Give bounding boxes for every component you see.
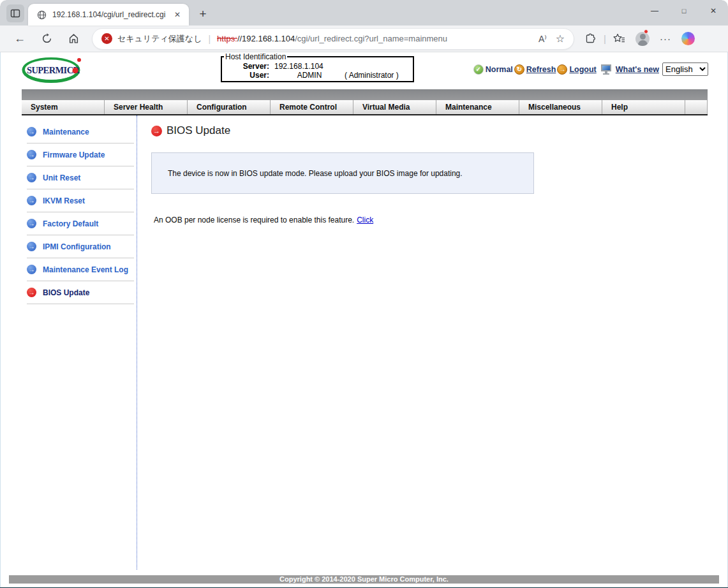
arrow-circle-icon: → bbox=[27, 242, 36, 251]
page-title: BIOS Update bbox=[167, 124, 230, 137]
menubar-item-label: Help bbox=[611, 103, 628, 112]
security-label[interactable]: セキュリティ保護なし bbox=[117, 33, 202, 45]
menubar-item[interactable]: Server Health bbox=[105, 100, 188, 114]
menubar-item[interactable]: Virtual Media bbox=[353, 100, 436, 114]
language-select[interactable]: English bbox=[662, 62, 708, 76]
menubar-item[interactable]: Remote Control bbox=[271, 100, 353, 114]
home-button[interactable] bbox=[63, 28, 84, 50]
sidebar-item-label: Factory Default bbox=[43, 219, 98, 228]
main-content: → BIOS Update The device is now in BIOS … bbox=[137, 115, 727, 575]
license-click-link[interactable]: Click bbox=[357, 216, 373, 224]
arrow-circle-icon: → bbox=[27, 219, 36, 228]
url-path: /cgi/url_redirect.cgi?url_name=mainmenu bbox=[295, 34, 447, 43]
read-aloud-icon[interactable]: A⁾ bbox=[539, 34, 547, 44]
sidebar-item[interactable]: → Factory Default bbox=[27, 212, 134, 235]
server-label: Server: bbox=[226, 62, 269, 71]
title-arrow-icon: → bbox=[151, 126, 162, 136]
sidebar-item[interactable]: → Unit Reset bbox=[27, 166, 134, 189]
url-text[interactable]: https://192.168.1.104/cgi/url_redirect.c… bbox=[217, 34, 447, 43]
arrow-circle-icon: → bbox=[27, 173, 36, 182]
logout-icon[interactable]: → bbox=[557, 64, 567, 75]
whats-new-icon bbox=[601, 64, 611, 74]
globe-icon bbox=[37, 10, 47, 20]
menubar-item-label: Miscellaneous bbox=[528, 103, 581, 112]
sidebar-item[interactable]: → Maintenance bbox=[27, 121, 134, 143]
new-tab-button[interactable]: + bbox=[194, 5, 212, 23]
refresh-icon[interactable]: ↻ bbox=[514, 64, 524, 75]
tab-actions-menu-button[interactable] bbox=[6, 4, 24, 22]
tab-title: 192.168.1.104/cgi/url_redirect.cgi bbox=[52, 10, 166, 19]
license-line: An OOB per node license is required to e… bbox=[151, 216, 727, 224]
menubar: System Server Health Configuration Remot… bbox=[22, 100, 708, 115]
close-button[interactable]: ✕ bbox=[699, 0, 728, 22]
reload-button[interactable] bbox=[36, 28, 57, 50]
ipmi-page: SUPERMICR Host Identification Server: 19… bbox=[0, 52, 728, 587]
menubar-item-label: System bbox=[31, 103, 58, 112]
sidebar-item[interactable]: → IKVM Reset bbox=[27, 189, 134, 212]
arrow-circle-icon: → bbox=[27, 127, 36, 136]
page-footer: Copyright © 2014-2020 Super Micro Comput… bbox=[9, 575, 719, 584]
menubar-item[interactable]: Maintenance bbox=[436, 100, 519, 114]
browser-titlebar: 192.168.1.104/cgi/url_redirect.cgi ✕ + —… bbox=[0, 0, 728, 26]
browser-essentials-icon bbox=[584, 33, 596, 45]
server-value: 192.168.1.104 bbox=[274, 62, 345, 71]
sidebar-list: → Maintenance → Firmware Update → Unit R… bbox=[22, 121, 137, 304]
copilot-icon bbox=[681, 32, 695, 45]
menubar-item[interactable]: Miscellaneous bbox=[519, 100, 602, 114]
url-host: //192.168.1.104 bbox=[237, 34, 295, 43]
tab-close-icon[interactable]: ✕ bbox=[171, 8, 184, 21]
host-identification-box: Host Identification Server: 192.168.1.10… bbox=[221, 52, 414, 82]
address-divider: | bbox=[208, 34, 211, 44]
favorites-hub-button[interactable] bbox=[610, 29, 629, 48]
security-warning-icon[interactable]: ✕ bbox=[101, 33, 112, 44]
sidebar: → Maintenance → Firmware Update → Unit R… bbox=[22, 115, 137, 570]
menubar-item[interactable]: System bbox=[22, 100, 105, 114]
whats-new-link[interactable]: What's new bbox=[616, 65, 659, 74]
info-message-box: The device is now in BIOS update mode. P… bbox=[151, 152, 534, 194]
menubar-item-label: Server Health bbox=[114, 103, 163, 112]
info-message: The device is now in BIOS update mode. P… bbox=[168, 169, 463, 178]
sidebar-item-label: Unit Reset bbox=[43, 173, 80, 182]
sidebar-item[interactable]: → IPMI Configuration bbox=[27, 235, 134, 258]
refresh-link[interactable]: Refresh bbox=[526, 65, 556, 74]
host-identification-legend: Host Identification bbox=[224, 52, 287, 61]
sidebar-item[interactable]: → Maintenance Event Log bbox=[27, 258, 134, 281]
browser-window: 192.168.1.104/cgi/url_redirect.cgi ✕ + —… bbox=[0, 0, 728, 588]
supermicro-logo-image: SUPERMICR bbox=[22, 56, 83, 84]
sidebar-item-label: Firmware Update bbox=[43, 151, 105, 159]
profile-notification-dot bbox=[644, 29, 648, 34]
arrow-circle-icon: → bbox=[27, 150, 36, 159]
favorite-star-icon[interactable]: ☆ bbox=[556, 33, 565, 45]
status-row: ✓ Normal ↻ Refresh → Logout What's new E… bbox=[473, 62, 708, 76]
profile-button[interactable] bbox=[633, 29, 652, 48]
logout-link[interactable]: Logout bbox=[569, 65, 596, 74]
sidebar-item[interactable]: → Firmware Update bbox=[27, 143, 134, 166]
license-text: An OOB per node license is required to e… bbox=[154, 216, 354, 224]
sidebar-item[interactable]: → BIOS Update bbox=[27, 281, 134, 304]
reload-icon bbox=[41, 33, 52, 44]
sidebar-item-label: BIOS Update bbox=[43, 288, 89, 297]
user-role: ( Administrator ) bbox=[345, 71, 399, 80]
browser-essentials-button[interactable] bbox=[581, 29, 600, 48]
browser-tab[interactable]: 192.168.1.104/cgi/url_redirect.cgi ✕ bbox=[28, 4, 189, 26]
toolbar-right-icons: | ··· bbox=[581, 29, 698, 48]
supermicro-logo[interactable]: SUPERMICR bbox=[22, 56, 83, 84]
settings-more-button[interactable]: ··· bbox=[656, 29, 675, 48]
maximize-button[interactable]: □ bbox=[669, 0, 699, 22]
sidebar-item-label: IPMI Configuration bbox=[43, 242, 111, 251]
menubar-item[interactable]: Configuration bbox=[188, 100, 271, 114]
menubar-item-label: Configuration bbox=[197, 103, 247, 112]
minimize-button[interactable]: — bbox=[640, 0, 669, 22]
workspaces-icon bbox=[10, 8, 20, 18]
svg-text:SUPERMICR: SUPERMICR bbox=[27, 65, 80, 75]
arrow-circle-icon: → bbox=[27, 265, 36, 274]
page-header: SUPERMICR Host Identification Server: 19… bbox=[1, 52, 727, 89]
copilot-button[interactable] bbox=[679, 29, 698, 48]
menubar-item[interactable]: Help bbox=[602, 100, 685, 114]
arrow-circle-icon: → bbox=[27, 196, 36, 205]
favorites-hub-icon bbox=[613, 33, 625, 44]
address-bar[interactable]: ✕ セキュリティ保護なし | https://192.168.1.104/cgi… bbox=[92, 28, 574, 50]
back-button[interactable]: ← bbox=[9, 28, 31, 50]
page-title-row: → BIOS Update bbox=[151, 124, 727, 137]
menubar-item-label: Virtual Media bbox=[362, 103, 410, 112]
